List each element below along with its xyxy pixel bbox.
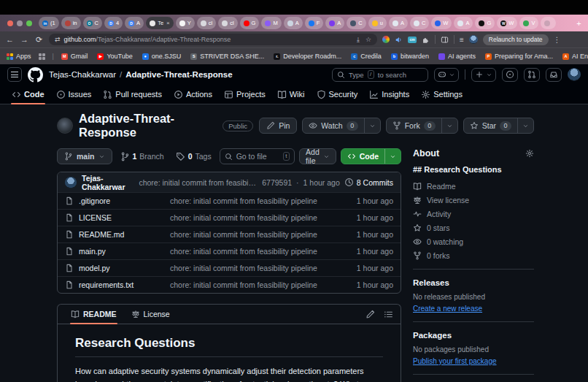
repo-nav-tab[interactable]: Insights bbox=[363, 85, 415, 104]
browser-tab[interactable]: Y × bbox=[176, 17, 195, 29]
file-name[interactable]: requirements.txt bbox=[79, 280, 165, 289]
extensions-puzzle-icon[interactable] bbox=[422, 36, 430, 44]
browser-tab[interactable]: M × bbox=[261, 17, 281, 29]
tab-license[interactable]: License bbox=[125, 305, 176, 324]
relaunch-to-update-button[interactable]: Relaunch to update bbox=[483, 34, 549, 45]
code-button[interactable]: Code bbox=[341, 149, 384, 164]
color-wheel-extension-icon[interactable] bbox=[382, 36, 390, 43]
pull-requests-header-button[interactable] bbox=[524, 68, 540, 82]
tab-close-icon[interactable]: × bbox=[166, 20, 170, 26]
file-name[interactable]: .gitignore bbox=[79, 196, 165, 205]
about-settings-gear-icon[interactable] bbox=[525, 149, 534, 158]
browser-tab[interactable]: G × bbox=[475, 17, 495, 29]
file-name[interactable]: model.py bbox=[79, 264, 165, 272]
file-row[interactable]: .gitignore chore: initial commit from fe… bbox=[58, 192, 401, 209]
repo-owner-avatar[interactable] bbox=[57, 118, 73, 134]
file-row[interactable]: README.md chore: initial commit from fea… bbox=[58, 226, 401, 242]
bookmark-item[interactable]: ● one.SJSU bbox=[142, 53, 182, 60]
bookmark-item[interactable]: P Preparing for Ama... bbox=[485, 53, 553, 60]
file-commit-message[interactable]: chore: initial commit from feasibility p… bbox=[170, 264, 352, 272]
browser-menu-kebab-icon[interactable]: ⋮ bbox=[554, 36, 561, 44]
commit-hash[interactable]: 6779591 bbox=[262, 178, 292, 187]
bookmark-item[interactable]: AI agents bbox=[438, 53, 476, 60]
star-button[interactable]: Star 0 bbox=[464, 118, 517, 133]
file-name[interactable]: README.md bbox=[79, 230, 165, 239]
browser-tab[interactable]: cl × bbox=[218, 17, 237, 29]
tags-link[interactable]: 0 Tags bbox=[172, 152, 215, 161]
inbox-button[interactable] bbox=[546, 68, 562, 82]
repo-nav-tab[interactable]: Issues bbox=[50, 85, 98, 104]
sidebar-link[interactable]: Readme bbox=[413, 182, 534, 191]
file-commit-message[interactable]: chore: initial commit from feasibility p… bbox=[170, 247, 352, 256]
browser-profile-avatar[interactable] bbox=[469, 35, 478, 44]
browser-tab[interactable]: V × bbox=[519, 17, 538, 29]
create-new-button[interactable] bbox=[471, 68, 496, 82]
file-commit-message[interactable]: chore: initial commit from feasibility p… bbox=[170, 213, 352, 222]
file-commit-message[interactable]: chore: initial commit from feasibility p… bbox=[170, 280, 352, 289]
browser-tab[interactable]: F × bbox=[305, 17, 324, 29]
site-controls-icon[interactable]: ⇄ bbox=[55, 36, 61, 43]
apps-shortcut[interactable]: Apps bbox=[7, 53, 31, 60]
address-bar[interactable]: ⇄ github.com/Tejas-Chakkarwar/Adaptive-T… bbox=[49, 34, 377, 45]
file-commit-message[interactable]: chore: initial commit from feasibility p… bbox=[170, 196, 352, 205]
add-file-button[interactable]: Add file bbox=[300, 149, 336, 164]
file-name[interactable]: LICENSE bbox=[79, 213, 165, 222]
pin-button[interactable]: Pin bbox=[259, 118, 297, 134]
browser-tab[interactable]: A × bbox=[284, 17, 303, 29]
edit-pencil-icon[interactable] bbox=[365, 310, 375, 319]
user-avatar[interactable] bbox=[568, 68, 581, 81]
repo-nav-tab[interactable]: Pull requests bbox=[97, 85, 168, 104]
breadcrumb-owner[interactable]: Tejas-Chakkarwar bbox=[49, 70, 116, 79]
outline-list-icon[interactable] bbox=[384, 310, 393, 319]
browser-tab[interactable]: D A × bbox=[125, 17, 144, 29]
repo-nav-tab[interactable]: Wiki bbox=[271, 85, 311, 104]
repo-nav-tab[interactable]: Actions bbox=[168, 85, 218, 104]
close-window-button[interactable] bbox=[7, 20, 13, 26]
cm-extension-icon[interactable]: cm bbox=[408, 37, 417, 43]
sidebar-link[interactable]: Activity bbox=[413, 210, 534, 218]
fork-button[interactable]: Fork 0 bbox=[387, 118, 441, 133]
browser-tab[interactable]: Te × bbox=[146, 17, 174, 29]
watch-button[interactable]: Watch 0 bbox=[303, 118, 363, 133]
browser-tab[interactable]: C × bbox=[347, 17, 365, 29]
file-name[interactable]: main.py bbox=[79, 247, 165, 256]
sidebar-link[interactable]: View license bbox=[413, 196, 534, 205]
file-commit-message[interactable]: chore: initial commit from feasibility p… bbox=[170, 230, 352, 239]
commit-history-link[interactable]: 8 Commits bbox=[344, 177, 393, 187]
browser-tab[interactable]: × bbox=[541, 17, 556, 29]
repo-title[interactable]: Adaptive-Threat-Response bbox=[79, 112, 217, 140]
github-logo-icon[interactable] bbox=[28, 67, 43, 83]
watch-dropdown[interactable] bbox=[364, 118, 380, 133]
global-nav-menu-button[interactable] bbox=[7, 67, 22, 82]
file-row[interactable]: main.py chore: initial commit from feasi… bbox=[58, 242, 401, 259]
copilot-button[interactable] bbox=[434, 68, 459, 82]
fork-dropdown[interactable] bbox=[441, 118, 457, 133]
create-release-link[interactable]: Create a new release bbox=[413, 305, 482, 313]
sidebar-link[interactable]: 0 stars bbox=[413, 224, 534, 232]
browser-tab[interactable]: in (1 × bbox=[39, 17, 59, 29]
forward-icon[interactable]: → bbox=[20, 35, 29, 44]
bookmark-item[interactable]: b bitwarden bbox=[391, 53, 429, 60]
browser-tab[interactable]: u × bbox=[368, 17, 387, 29]
browser-tab[interactable]: C × bbox=[410, 17, 429, 29]
file-row[interactable]: LICENSE chore: initial commit from feasi… bbox=[58, 209, 401, 226]
browser-tab[interactable]: O C × bbox=[83, 17, 102, 29]
browser-tab[interactable]: A × bbox=[454, 17, 473, 29]
browser-tab[interactable]: D 4 × bbox=[104, 17, 123, 29]
github-search-input[interactable]: Type / to search bbox=[332, 68, 428, 82]
bookmark-star-icon[interactable]: ☆ bbox=[365, 36, 371, 44]
commit-message[interactable]: chore: initial commit from feasibility p… bbox=[139, 178, 257, 187]
zoom-window-button[interactable] bbox=[26, 20, 32, 26]
bookmark-item[interactable]: S STRIVER DSA SHE... bbox=[190, 53, 264, 60]
browser-tab[interactable]: in × bbox=[61, 17, 81, 29]
bookmark-item[interactable]: ▶ YouTube bbox=[97, 53, 132, 60]
tab-groups-icon[interactable] bbox=[39, 53, 45, 60]
back-icon[interactable]: ← bbox=[5, 35, 15, 44]
install-icon[interactable]: ⤓ bbox=[357, 36, 360, 44]
browser-tab[interactable]: W × bbox=[431, 17, 452, 29]
issues-header-button[interactable] bbox=[502, 68, 518, 82]
repo-nav-tab[interactable]: Projects bbox=[218, 85, 271, 104]
commit-author-avatar[interactable] bbox=[65, 177, 77, 188]
browser-tab[interactable]: cl × bbox=[197, 17, 216, 29]
browser-tab[interactable]: G × bbox=[240, 17, 260, 29]
